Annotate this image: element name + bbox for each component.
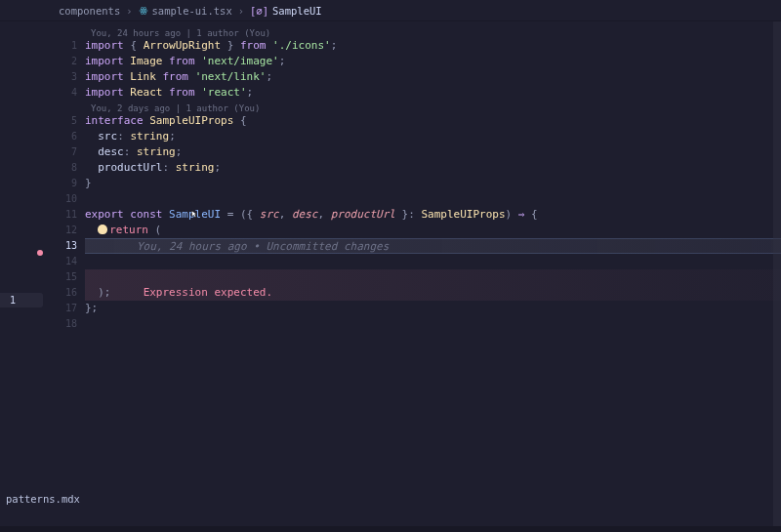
- line-number[interactable]: 18: [54, 316, 85, 332]
- status-bar: [0, 526, 781, 532]
- code-line[interactable]: interface SampleUIProps {: [85, 113, 781, 129]
- code-line-active[interactable]: You, 24 hours ago • Uncommitted changes: [85, 238, 781, 254]
- lightbulb-icon[interactable]: [98, 225, 107, 234]
- code-lens[interactable]: You, 24 hours ago | 1 author (You): [85, 25, 781, 38]
- line-number-gutter: 1 2 3 4 5 6 7 8 9 10 11 12 13 14 15 16 1…: [54, 21, 85, 532]
- line-number[interactable]: 4: [54, 85, 85, 101]
- line-number[interactable]: 13: [54, 238, 85, 254]
- problems-badge[interactable]: 1: [0, 293, 43, 307]
- line-number[interactable]: 12: [54, 223, 85, 238]
- breadcrumb-file-label: sample-ui.tsx: [152, 5, 232, 17]
- code-line[interactable]: import React from 'react';: [85, 85, 781, 101]
- symbol-icon: [∅]: [250, 5, 268, 17]
- inline-blame: You, 24 hours ago • Uncommitted changes: [137, 240, 389, 253]
- line-number[interactable]: 15: [54, 269, 85, 285]
- line-number[interactable]: 11: [54, 207, 85, 223]
- line-number[interactable]: 7: [54, 144, 85, 160]
- line-number[interactable]: 16: [54, 285, 85, 301]
- code-line[interactable]: productUrl: string;: [85, 160, 781, 176]
- breadcrumb-symbol-label: SampleUI: [272, 5, 322, 17]
- error-glyph-icon[interactable]: [37, 250, 43, 256]
- line-number[interactable]: 1: [54, 38, 85, 54]
- code-line[interactable]: desc: string;: [85, 144, 781, 160]
- code-line[interactable]: [85, 269, 781, 285]
- chevron-right-icon: ›: [238, 5, 244, 17]
- code-line[interactable]: import { ArrowUpRight } from './icons';: [85, 38, 781, 54]
- line-number[interactable]: 8: [54, 160, 85, 176]
- code-line-error[interactable]: ); Expression expected.: [85, 285, 781, 301]
- code-line[interactable]: [85, 316, 781, 332]
- code-line[interactable]: src: string;: [85, 129, 781, 144]
- line-number[interactable]: 10: [54, 191, 85, 207]
- code-line[interactable]: import Image from 'next/image';: [85, 54, 781, 69]
- editor[interactable]: 1 2 3 4 5 6 7 8 9 10 11 12 13 14 15 16 1…: [0, 21, 781, 532]
- line-number[interactable]: 14: [54, 254, 85, 269]
- breadcrumb-file[interactable]: sample-ui.tsx: [139, 5, 232, 17]
- code-line[interactable]: }: [85, 176, 781, 191]
- line-number[interactable]: 17: [54, 301, 85, 316]
- line-number[interactable]: 5: [54, 113, 85, 129]
- glyph-margin: [0, 21, 54, 532]
- inline-error-message: Expression expected.: [144, 286, 272, 299]
- line-number[interactable]: 9: [54, 176, 85, 191]
- code-line[interactable]: };: [85, 301, 781, 316]
- code-line[interactable]: export const SampleUI = ({ src, desc, pr…: [85, 207, 781, 223]
- chevron-right-icon: ›: [126, 5, 132, 17]
- code-line[interactable]: [85, 254, 781, 269]
- react-file-icon: [139, 6, 148, 16]
- code-line[interactable]: import Link from 'next/link';: [85, 69, 781, 85]
- code-content[interactable]: You, 24 hours ago | 1 author (You) impor…: [85, 21, 781, 532]
- line-number[interactable]: 2: [54, 54, 85, 69]
- open-editor-tab[interactable]: patterns.mdx: [6, 493, 80, 505]
- breadcrumb-symbol[interactable]: [∅] SampleUI: [250, 5, 322, 17]
- line-number[interactable]: 6: [54, 129, 85, 144]
- code-lens[interactable]: You, 2 days ago | 1 author (You): [85, 101, 781, 113]
- breadcrumb-folder[interactable]: components: [59, 5, 120, 17]
- breadcrumb: components › sample-ui.tsx › [∅] SampleU…: [0, 0, 781, 21]
- code-line[interactable]: return (: [85, 223, 781, 238]
- minimap[interactable]: [773, 21, 781, 532]
- line-number[interactable]: 3: [54, 69, 85, 85]
- svg-point-0: [143, 10, 144, 12]
- code-line[interactable]: [85, 191, 781, 207]
